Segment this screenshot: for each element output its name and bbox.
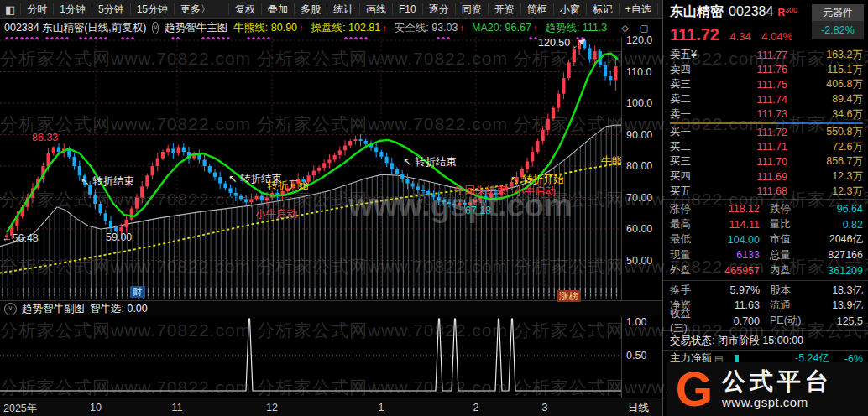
- toolbar-item-F10[interactable]: F10: [392, 3, 422, 15]
- quote-header: 东山精密002384R300 元器件 -2.82% 111.72 4.34 4.…: [663, 0, 868, 47]
- toolbar-tools-group: 复权叠加多股统计画线F10逐分同资开资简框小窗标记+自选返回: [228, 1, 690, 18]
- order-book-row[interactable]: 买五111.6812.3万: [670, 184, 863, 199]
- toolbar-item-同资[interactable]: 同资: [455, 3, 488, 15]
- x-axis-label: 2: [473, 402, 479, 413]
- sector-name[interactable]: 元器件: [812, 4, 864, 21]
- toolbar-item-多股[interactable]: 多股: [294, 3, 327, 15]
- chart-annotation: ↖ 转折开始: [510, 174, 564, 185]
- stock-app-window: ◧ 分时1分钟5分钟15分钟更多〉 复权叠加多股统计画线F10逐分同资开资简框小…: [0, 0, 868, 416]
- sector-box[interactable]: 元器件 -2.82%: [812, 4, 864, 39]
- toolbar-item-分时[interactable]: 分时: [20, 3, 53, 15]
- toolbar-item-开资[interactable]: 开资: [488, 3, 520, 15]
- chart-annotation: ←56.48: [2, 232, 39, 244]
- quote-panel: 东山精密002384R300 元器件 -2.82% 111.72 4.34 4.…: [663, 0, 868, 416]
- order-book: 卖五¥111.77163.2万卖四111.76115.1万卖三111.75406…: [663, 47, 868, 199]
- x-axis-label: 1: [379, 402, 384, 413]
- order-book-row[interactable]: 卖三111.75406.8万: [670, 77, 863, 92]
- y-axis-label: 120.0: [626, 34, 661, 46]
- chart-annotation: 牛能: [601, 155, 623, 167]
- logo-title: 公式平台: [722, 369, 833, 393]
- indicator-readout: MA20: 96.67↑: [472, 21, 537, 35]
- chevron-down-circle-icon[interactable]: ∨: [4, 303, 17, 315]
- toolbar-item-逐分[interactable]: 逐分: [422, 3, 455, 15]
- r-badge: R: [777, 7, 785, 18]
- panel-divider: [662, 0, 663, 416]
- logo-url: www.gspt.com: [722, 396, 833, 409]
- fundamental-section: 换手5.97%股本18.3亿净资11.63流通13.9亿收益(三)0.700PE…: [663, 280, 868, 330]
- chart-annotation: 牛回头结束: [454, 185, 507, 196]
- y-axis-divider: [621, 37, 622, 416]
- stock-code: 002384: [729, 4, 773, 18]
- period-label[interactable]: 日线: [628, 401, 649, 415]
- indicator-readout: 牛熊线: 80.90↑: [233, 21, 303, 35]
- bid-ask-separator: [670, 122, 863, 124]
- toolbar-item-15分钟[interactable]: 15分钟: [130, 3, 174, 15]
- window-split-icon[interactable]: ◧: [0, 3, 20, 16]
- trade-status: 交易状态: 闭市阶段 15:00:00: [663, 330, 868, 350]
- chart-event-marker[interactable]: 涨榜: [557, 290, 581, 302]
- toolbar-item-叠加[interactable]: 叠加: [261, 3, 294, 15]
- toolbar-item-小窗[interactable]: 小窗: [553, 3, 586, 15]
- toolbar-item-统计[interactable]: 统计: [327, 3, 359, 15]
- bull-bear-line: [0, 164, 621, 273]
- order-book-row[interactable]: 卖一111.7334.6万: [670, 107, 863, 122]
- chart-event-marker[interactable]: 财: [130, 286, 145, 298]
- toolbar-item-简框[interactable]: 简框: [520, 3, 553, 15]
- order-book-row[interactable]: 买三111.70856.7万: [670, 154, 863, 169]
- price-change-pct: 4.04%: [761, 30, 792, 43]
- order-book-row[interactable]: 买四111.6912.3万: [670, 169, 863, 185]
- order-book-row[interactable]: 卖二111.7489.4万: [670, 92, 863, 107]
- main-indicator-name: 趋势智牛主图: [165, 21, 227, 35]
- x-axis-label: 10: [90, 402, 102, 413]
- toolbar: ◧ 分时1分钟5分钟15分钟更多〉 复权叠加多股统计画线F10逐分同资开资简框小…: [0, 0, 663, 19]
- toolbar-item-更多〉[interactable]: 更多〉: [174, 3, 217, 15]
- x-axis: 2025年 101112123: [0, 398, 663, 416]
- toolbar-item-标记[interactable]: 标记: [586, 3, 619, 15]
- order-book-row[interactable]: 买二111.7172.6万: [670, 140, 863, 155]
- chart-annotation: 59.00: [106, 231, 132, 243]
- y-axis-label: 90.00: [626, 129, 661, 141]
- toolbar-item-+自选[interactable]: +自选: [619, 3, 657, 15]
- window-box-icon[interactable]: ▢: [637, 23, 651, 34]
- toolbar-item-画线[interactable]: 画线: [359, 3, 392, 15]
- order-book-row[interactable]: 卖五¥111.77163.2万: [670, 48, 863, 63]
- safety-line-area: [0, 125, 621, 299]
- center-watermark: www.gspt.com: [348, 188, 573, 224]
- indicator-values: 牛熊线: 80.90↑操盘线: 102.81↑安全线: 93.03↑MA20: …: [233, 21, 607, 35]
- y-axis-label: 100.0: [626, 97, 661, 109]
- stat-row: 最低104.00市值2046亿: [670, 232, 863, 247]
- chart-annotation: 转折开始: [267, 179, 309, 191]
- toolbar-period-group: 分时1分钟5分钟15分钟更多〉: [20, 1, 217, 18]
- chart-annotation: ↖ 转折结束: [403, 156, 457, 168]
- sub-indicator-value: 智牛选: 0.00: [90, 302, 148, 316]
- chart-header: 002384 东山精密(日线,前复权) ∨ 趋势智牛主图 牛熊线: 80.90↑…: [0, 19, 666, 36]
- sub-y-axis-label: 1.00: [626, 316, 661, 328]
- sub-signal-line: [0, 319, 621, 391]
- toolbar-item-复权[interactable]: 复权: [228, 3, 261, 15]
- x-axis-label: 12: [266, 402, 278, 413]
- x-axis-year-label: 2025年: [3, 402, 37, 416]
- y-axis-label: 70.00: [626, 192, 661, 204]
- safety-line: [0, 125, 621, 247]
- diamond-icon[interactable]: ◇: [619, 23, 630, 34]
- x-axis-label: 11: [172, 402, 183, 413]
- sub-indicator-name: 趋势智牛副图: [22, 302, 85, 316]
- chevron-down-circle-icon[interactable]: ∨: [152, 22, 159, 34]
- x-axis-label: 3: [542, 402, 548, 413]
- stat-row: 收益(三)0.700PE(动)125.5: [670, 314, 863, 329]
- order-book-row[interactable]: 买一111.72550.8万: [670, 125, 863, 140]
- chart-annotation: ↖ 转折结束: [228, 173, 282, 185]
- last-price: 111.72: [670, 25, 719, 44]
- price-change: 4.34: [729, 30, 750, 43]
- y-axis-label: 80.00: [626, 160, 661, 172]
- chart-annotation: 86.33: [32, 132, 58, 143]
- stock-name: 东山精密: [670, 4, 724, 18]
- chart-title: 002384 东山精密(日线,前复权): [4, 21, 146, 35]
- chart-annotation: ↖ 转折结束: [81, 175, 134, 187]
- trend-line: [7, 54, 618, 232]
- y-axis-label: 110.0: [626, 66, 661, 78]
- stat-row: 外盘465957内盘361209: [670, 263, 863, 278]
- toolbar-item-5分钟[interactable]: 5分钟: [92, 3, 130, 15]
- toolbar-item-1分钟[interactable]: 1分钟: [53, 3, 92, 15]
- order-book-row[interactable]: 卖四111.76115.1万: [670, 63, 863, 78]
